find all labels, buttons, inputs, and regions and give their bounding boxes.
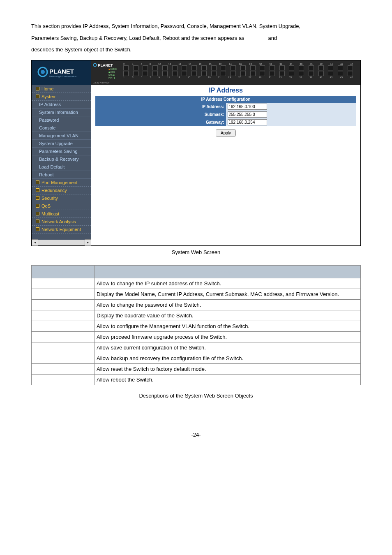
table-row: Display the baudrate value of the Switch… bbox=[32, 310, 361, 321]
sidebar-item-redundancy[interactable]: Redundancy bbox=[32, 187, 91, 194]
table-row: Allow reboot the Switch. bbox=[32, 374, 361, 385]
table-row: Allow to change the password of the Swit… bbox=[32, 299, 361, 310]
table-row: Allow reset the Switch to factory defaul… bbox=[32, 363, 361, 374]
submask-field[interactable] bbox=[228, 111, 267, 118]
sidebar-item-netequip[interactable]: Network Equipment bbox=[32, 226, 91, 234]
desc-obj-cell bbox=[32, 353, 95, 363]
desc-obj-cell bbox=[32, 363, 95, 374]
desc-text-cell: Display the baudrate value of the Switch… bbox=[95, 310, 361, 321]
label-mask: Submask: bbox=[95, 111, 226, 118]
desc-text-cell: Allow save current configuration of the … bbox=[95, 342, 361, 353]
sidebar-item-security[interactable]: Security bbox=[32, 194, 91, 202]
banner-brand: PLANET bbox=[93, 63, 113, 67]
table-row: Allow to change the IP subnet address of… bbox=[32, 278, 361, 289]
desc-header-desc: Description bbox=[95, 265, 361, 278]
table-row: Allow backup and recovery the configurat… bbox=[32, 353, 361, 363]
screenshot-caption: System Web Screen bbox=[31, 249, 361, 255]
page-title: IP Address bbox=[95, 87, 356, 94]
label-gw: Gateway: bbox=[95, 118, 226, 126]
svg-point-1 bbox=[41, 70, 45, 74]
sidebar-sub-upgrade[interactable]: System Upgrade bbox=[32, 140, 91, 148]
device-banner: PLANET ■ 10/100■ 1000SYS ■PWR ■ GSW-4804… bbox=[91, 60, 360, 85]
desc-obj-cell bbox=[32, 342, 95, 353]
desc-text-cell: Allow reboot the Switch. bbox=[95, 374, 361, 385]
sidebar-item-system[interactable]: System bbox=[32, 93, 91, 101]
desc-text-cell: Allow to change the IP subnet address of… bbox=[95, 278, 361, 289]
sidebar-sub-password[interactable]: Password bbox=[32, 116, 91, 124]
sidebar-sub-ip[interactable]: IP Address bbox=[32, 101, 91, 109]
gateway-field[interactable] bbox=[228, 119, 267, 125]
label-ip: IP Address: bbox=[95, 103, 226, 111]
desc-text-cell: Allow reset the Switch to factory defaul… bbox=[95, 363, 361, 374]
scroll-right-icon[interactable]: ▸ bbox=[85, 239, 91, 246]
scroll-track[interactable] bbox=[38, 240, 85, 245]
sidebar-item-qos[interactable]: QoS bbox=[32, 202, 91, 210]
table-row: Display the Model Name, Current IP Addre… bbox=[32, 289, 361, 299]
banner-leds: ■ 10/100■ 1000SYS ■PWR ■ bbox=[108, 68, 117, 79]
main-panel: IP Address IP Address Configuration IP A… bbox=[91, 85, 360, 245]
desc-header-obj: Object bbox=[32, 265, 95, 278]
table-row: Allow save current configuration of the … bbox=[32, 342, 361, 353]
banner-model: GSW-4804SF bbox=[93, 81, 110, 84]
sidebar: Home System IP Address System Informatio… bbox=[32, 85, 91, 245]
intro-line1: This section provides IP Address, System… bbox=[31, 23, 300, 29]
intro-line2b: and bbox=[268, 35, 277, 41]
desc-obj-cell bbox=[32, 374, 95, 385]
sidebar-sub-backup[interactable]: Backup & Recovery bbox=[32, 155, 91, 163]
desc-text-cell: Allow to configure the Management VLAN f… bbox=[95, 321, 361, 331]
sidebar-sub-loaddef[interactable]: Load Default bbox=[32, 163, 91, 171]
sidebar-item-home[interactable]: Home bbox=[32, 85, 91, 93]
desc-obj-cell bbox=[32, 321, 95, 331]
desc-obj-cell bbox=[32, 331, 95, 342]
table-row: Allow to configure the Management VLAN f… bbox=[32, 321, 361, 331]
desc-text-cell: Display the Model Name, Current IP Addre… bbox=[95, 289, 361, 299]
screenshot: PLANET Networking & Communication PLANET… bbox=[31, 60, 361, 246]
sidebar-item-multicast[interactable]: Multicast bbox=[32, 210, 91, 218]
sidebar-logo: PLANET Networking & Communication bbox=[32, 60, 91, 85]
svg-text:Networking & Communication: Networking & Communication bbox=[49, 75, 76, 78]
config-table: IP Address: Submask: Gateway: bbox=[95, 103, 356, 126]
sidebar-sub-sysinfo[interactable]: System Information bbox=[32, 109, 91, 116]
sidebar-item-netanalysis[interactable]: Network Analysis bbox=[32, 218, 91, 226]
table-row: Allow proceed firmware upgrade process o… bbox=[32, 331, 361, 342]
sidebar-sub-params[interactable]: Parameters Saving bbox=[32, 148, 91, 155]
desc-obj-cell bbox=[32, 310, 95, 321]
config-title: IP Address Configuration bbox=[95, 96, 356, 103]
desc-text-cell: Allow to change the password of the Swit… bbox=[95, 299, 361, 310]
sidebar-sub-reboot[interactable]: Reboot bbox=[32, 171, 91, 179]
page-number: -24- bbox=[31, 432, 361, 438]
sidebar-scrollbar[interactable]: ◂ ▸ bbox=[32, 240, 91, 245]
table-caption: Descriptions of the System Web Screen Ob… bbox=[31, 393, 361, 399]
desc-obj-cell bbox=[32, 299, 95, 310]
svg-text:PLANET: PLANET bbox=[49, 68, 74, 75]
banner-brand-name: PLANET bbox=[98, 63, 113, 67]
ip-field[interactable] bbox=[228, 104, 267, 110]
intro-line2a: Parameters Saving, Backup & Recovery, Lo… bbox=[31, 35, 244, 41]
sidebar-label: Home bbox=[42, 86, 53, 91]
intro-line3: describes the System object of the Switc… bbox=[31, 46, 131, 53]
intro-text: This section provides IP Address, System… bbox=[31, 21, 361, 56]
desc-text-cell: Allow proceed firmware upgrade process o… bbox=[95, 331, 361, 342]
sidebar-label: System bbox=[42, 94, 57, 99]
sidebar-sub-console[interactable]: Console bbox=[32, 124, 91, 132]
desc-obj-cell bbox=[32, 289, 95, 299]
desc-obj-cell bbox=[32, 278, 95, 289]
svg-point-4 bbox=[93, 63, 97, 67]
description-table: Object Description Allow to change the I… bbox=[31, 265, 361, 385]
apply-button[interactable] bbox=[216, 130, 236, 136]
banner-ports: 2468101214161820222426283032343638404244… bbox=[123, 63, 353, 79]
scroll-left-icon[interactable]: ◂ bbox=[32, 239, 38, 246]
sidebar-item-portmgmt[interactable]: Port Management bbox=[32, 179, 91, 187]
sidebar-sub-mgmtvlan[interactable]: Management VLAN bbox=[32, 132, 91, 140]
desc-text-cell: Allow backup and recovery the configurat… bbox=[95, 353, 361, 363]
